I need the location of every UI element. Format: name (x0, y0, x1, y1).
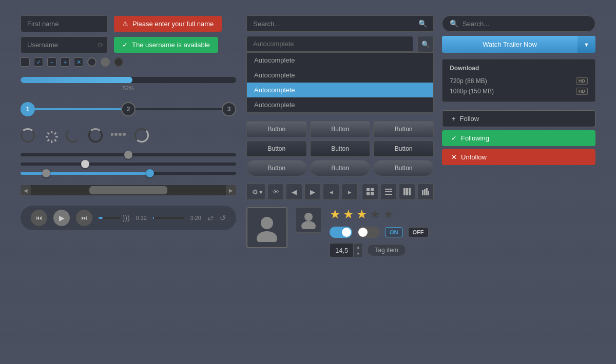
slider-1-thumb[interactable] (124, 151, 132, 159)
download-row-1080[interactable]: 1080p (150 MB) HD (450, 86, 588, 96)
sliders-section (21, 153, 236, 175)
back-icon-btn[interactable]: ◂ (323, 184, 339, 200)
svg-line-5 (54, 139, 56, 141)
stats-icon-btn[interactable] (417, 184, 434, 200)
shuffle-icon[interactable]: ⇄ (207, 214, 214, 222)
slider-3-thumb-left[interactable] (42, 169, 50, 177)
autocomplete-section: 🔍 Autocomplete Autocomplete Autocomplete… (246, 36, 434, 113)
success-button[interactable]: ✓ The username is available (114, 37, 218, 53)
star-1[interactable]: ★ (330, 207, 341, 221)
scrollbar-thumb[interactable] (89, 186, 167, 194)
play-icon-btn[interactable]: ▶ (304, 184, 321, 200)
download-row-720[interactable]: 720p (88 MB) HD (450, 76, 588, 86)
grid-icon-btn[interactable] (362, 184, 378, 200)
btn-7[interactable]: Button (246, 160, 307, 176)
avatar-small (296, 207, 321, 233)
button-grid-row3: Button Button Button (246, 160, 434, 176)
hd-badge-720: HD (576, 77, 588, 85)
left-panel: ⚠ Please enter your full name ⟳ ✓ The us… (21, 15, 236, 265)
watch-trailer-dropdown[interactable]: ▼ (578, 36, 595, 53)
checkbox-empty[interactable] (21, 57, 30, 67)
step-dot-3[interactable]: 3 (222, 102, 236, 116)
off-button[interactable]: OFF (408, 227, 429, 237)
following-button[interactable]: ✓ Following (442, 130, 595, 146)
checkbox-minus[interactable]: − (47, 57, 56, 67)
search-icon-2: 🔍 (450, 19, 458, 28)
autocomplete-search-btn[interactable]: 🔍 (417, 36, 434, 52)
svg-point-8 (111, 133, 113, 136)
btn-2[interactable]: Button (310, 121, 371, 137)
slider-1[interactable] (21, 153, 236, 156)
star-4[interactable]: ★ (370, 207, 381, 221)
slider-2[interactable] (21, 163, 236, 166)
checkbox-checked[interactable]: ✓ (34, 57, 43, 67)
repeat-icon[interactable]: ↺ (220, 214, 226, 222)
btn-1[interactable]: Button (246, 121, 307, 137)
autocomplete-item-1[interactable]: Autocomplete (247, 68, 433, 83)
stepper-up[interactable]: ▲ (353, 244, 362, 250)
btn-6[interactable]: Button (373, 140, 434, 157)
username-wrapper: ⟳ (21, 36, 108, 53)
play-button[interactable]: ▶ (53, 210, 70, 226)
step-dot-2[interactable]: 2 (121, 102, 136, 116)
gear-dropdown-btn[interactable]: ⚙ ▾ (246, 184, 265, 200)
button-grid-row2: Button Button Button (246, 140, 434, 157)
col-icon-btn[interactable] (399, 184, 415, 200)
alert-icon: ⚠ (122, 20, 128, 28)
svg-rect-16 (385, 189, 392, 190)
spinner-1 (21, 128, 35, 143)
unfollow-x-icon: ✕ (451, 153, 457, 161)
tag-item-button[interactable]: Tag item (367, 244, 406, 256)
slider-3-thumb-right[interactable] (146, 169, 154, 177)
follow-button[interactable]: + Follow (442, 110, 595, 127)
stars-row: ★ ★ ★ ★ ★ (330, 207, 434, 221)
list-icon-btn[interactable] (380, 184, 397, 200)
stepper-down[interactable]: ▼ (353, 250, 362, 257)
player-progress-2[interactable] (153, 217, 184, 219)
btn-8[interactable]: Button (310, 160, 371, 176)
slider-2-thumb[interactable] (81, 160, 89, 168)
stepper-row: 14,5 ▲ ▼ Tag item (330, 243, 434, 257)
checkbox-x[interactable]: ✕ (74, 57, 83, 67)
toggle-off[interactable] (357, 227, 380, 238)
fwd-icon-btn[interactable]: ▸ (341, 184, 358, 200)
radio-empty[interactable] (87, 57, 97, 67)
unfollow-button[interactable]: ✕ Unfollow (442, 149, 595, 165)
eye-btn[interactable]: 👁 (267, 184, 284, 200)
watch-trailer-button[interactable]: Watch Trailer Now (442, 36, 578, 53)
first-name-input[interactable] (21, 15, 108, 32)
search-input-2[interactable] (463, 20, 588, 28)
star-5[interactable]: ★ (383, 207, 394, 221)
btn-4[interactable]: Button (246, 140, 307, 157)
btn-3[interactable]: Button (373, 121, 434, 137)
prev-button[interactable]: ⏮ (31, 210, 47, 226)
autocomplete-item-3[interactable]: Autocomplete (247, 97, 433, 112)
radio-dark[interactable] (114, 57, 123, 67)
autocomplete-input[interactable] (246, 36, 413, 52)
toggle-on[interactable] (330, 227, 352, 238)
prev-icon-btn[interactable]: ◀ (286, 184, 302, 200)
btn-9[interactable]: Button (373, 160, 434, 176)
autocomplete-item-0[interactable]: Autocomplete (247, 53, 433, 68)
btn-5[interactable]: Button (310, 140, 371, 157)
download-title: Download (450, 65, 588, 72)
radio-filled[interactable] (101, 57, 110, 67)
first-name-row: ⚠ Please enter your full name (21, 15, 236, 32)
player-progress[interactable] (99, 217, 120, 219)
autocomplete-wrapper (246, 36, 413, 52)
star-2[interactable]: ★ (343, 207, 354, 221)
download-1080-label: 1080p (150 MB) (450, 88, 494, 95)
scrollbar-left-btn[interactable]: ◀ (21, 185, 31, 195)
step-dot-1[interactable]: 1 (21, 102, 35, 116)
scrollbar-right-btn[interactable]: ▶ (226, 185, 236, 195)
on-button[interactable]: ON (385, 227, 403, 237)
next-button[interactable]: ⏭ (76, 210, 92, 226)
spinner-6 (134, 128, 149, 143)
username-input[interactable] (21, 36, 108, 53)
autocomplete-item-2[interactable]: Autocomplete (247, 83, 433, 97)
slider-3[interactable] (21, 172, 236, 175)
checkbox-plus[interactable]: + (61, 57, 70, 67)
star-3[interactable]: ★ (356, 207, 368, 221)
alert-button[interactable]: ⚠ Please enter your full name (114, 16, 222, 32)
search-input-1[interactable] (253, 20, 414, 28)
